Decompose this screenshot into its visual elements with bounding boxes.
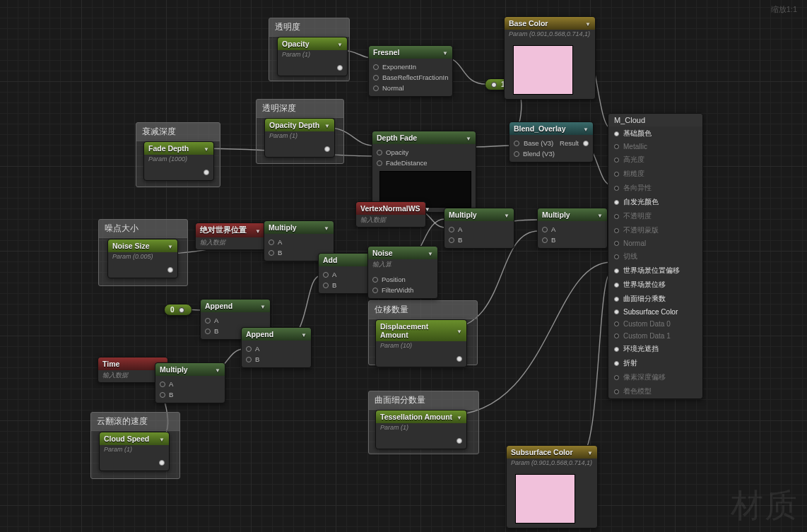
result-input-Normal[interactable]: Normal (608, 237, 702, 249)
chevron-down-icon (461, 134, 471, 142)
chevron-down-icon (423, 249, 433, 257)
comment-title: 云翻滚的速度 (91, 413, 179, 431)
chevron-down-icon (593, 211, 603, 219)
node-blend-overlay[interactable]: Blend_Overlay Base (V3)Result Blend (V3) (509, 122, 594, 162)
node-abs-world-pos[interactable]: 绝对世界位置 输入数据 (195, 223, 266, 250)
param-subsurface-color[interactable]: Subsurface Color Param (0.901,0.568,0.71… (506, 445, 598, 528)
comment-title: 衰减深度 (136, 123, 220, 141)
result-input-像素深度偏移[interactable]: 像素深度偏移 (608, 370, 702, 384)
color-swatch (513, 45, 573, 95)
chevron-down-icon (320, 121, 330, 129)
comment-title: 曲面细分数量 (369, 391, 478, 410)
node-vertex-normal[interactable]: VertexNormalWS 输入数据 (355, 201, 426, 227)
chevron-down-icon (155, 435, 165, 443)
chevron-down-icon (581, 19, 591, 28)
node-fresnel[interactable]: Fresnel ExponentIn BaseReflectFractionIn… (368, 45, 453, 97)
result-input-Custom Data 1[interactable]: Custom Data 1 (608, 330, 702, 342)
result-input-基础颜色[interactable]: 基础颜色 (608, 126, 702, 141)
result-input-Subsurface Color[interactable]: Subsurface Color (608, 306, 702, 318)
chevron-down-icon (199, 144, 209, 153)
node-multiply-2[interactable]: Multiply A B (444, 208, 514, 249)
result-input-切线[interactable]: 切线 (608, 249, 702, 264)
result-input-各向异性[interactable]: 各向异性 (608, 181, 702, 195)
result-input-世界场景位移[interactable]: 世界场景位移 (608, 278, 702, 292)
watermark: 材质 (731, 484, 799, 528)
result-title: M_Cloud (608, 114, 702, 126)
chevron-down-icon (333, 40, 343, 48)
zoom-level: 缩放1:1 (771, 4, 797, 15)
node-multiply-3[interactable]: Multiply A B (537, 208, 608, 249)
result-input-曲面细分乘数[interactable]: 曲面细分乘数 (608, 292, 702, 306)
param-displacement[interactable]: Displacement Amount Param (10) (375, 319, 467, 367)
result-input-不透明蒙版[interactable]: 不透明蒙版 (608, 223, 702, 237)
result-input-折射[interactable]: 折射 (608, 356, 702, 370)
param-noise-size[interactable]: Noise Size Param (0.005) (107, 239, 178, 278)
result-input-高光度[interactable]: 高光度 (608, 153, 702, 167)
result-items: 基础颜色Metallic高光度粗糙度各向异性自发光颜色不透明度不透明蒙版Norm… (608, 126, 702, 398)
chevron-down-icon (211, 365, 220, 374)
param-base-color[interactable]: Base Color Param (0.901,0.568,0.714,1) (504, 16, 596, 100)
result-input-自发光颜色[interactable]: 自发光颜色 (608, 195, 702, 209)
result-input-Custom Data 0[interactable]: Custom Data 0 (608, 318, 702, 330)
param-opacity[interactable]: Opacity Param (1) (277, 37, 348, 76)
chevron-down-icon (163, 242, 173, 250)
result-input-不透明度[interactable]: 不透明度 (608, 209, 702, 223)
node-append-2[interactable]: Append A B (241, 327, 312, 368)
color-swatch (515, 474, 575, 524)
param-fade-depth[interactable]: Fade Depth Param (1000) (143, 141, 214, 181)
node-constant-0[interactable]: 0 (164, 304, 192, 316)
comment-title: 位移数量 (369, 301, 477, 319)
chevron-down-icon (579, 124, 589, 133)
chevron-down-icon (420, 204, 430, 213)
node-noise[interactable]: Noise 输入算 Position FilterWidth (367, 246, 438, 299)
result-input-环境光遮挡[interactable]: 环境光遮挡 (608, 342, 702, 356)
comment-title: 噪点大小 (99, 220, 187, 238)
material-result-node[interactable]: M_Cloud 基础颜色Metallic高光度粗糙度各向异性自发光颜色不透明度不… (608, 113, 703, 399)
node-multiply-0[interactable]: Multiply A B (155, 362, 225, 403)
param-cloud-speed[interactable]: Cloud Speed Param (1) (99, 432, 170, 471)
chevron-down-icon (452, 413, 462, 421)
result-input-着色模型[interactable]: 着色模型 (608, 384, 702, 398)
chevron-down-icon (251, 226, 261, 235)
result-input-Metallic[interactable]: Metallic (608, 141, 702, 153)
param-opacity-depth[interactable]: Opacity Depth Param (1) (264, 118, 335, 158)
chevron-down-icon (500, 211, 509, 219)
chevron-down-icon (319, 223, 329, 232)
chevron-down-icon (452, 326, 462, 335)
comment-title: 透明度 (269, 18, 349, 37)
param-tessellation[interactable]: Tessellation Amount Param (1) (375, 410, 467, 449)
result-input-粗糙度[interactable]: 粗糙度 (608, 167, 702, 181)
node-depth-fade[interactable]: Depth Fade Opacity FadeDistance (372, 131, 476, 213)
chevron-down-icon (297, 330, 307, 338)
comment-title: 透明深度 (257, 100, 343, 118)
chevron-down-icon (256, 302, 266, 310)
result-input-世界场景位置偏移[interactable]: 世界场景位置偏移 (608, 264, 702, 278)
chevron-down-icon (583, 448, 593, 456)
chevron-down-icon (438, 48, 448, 57)
